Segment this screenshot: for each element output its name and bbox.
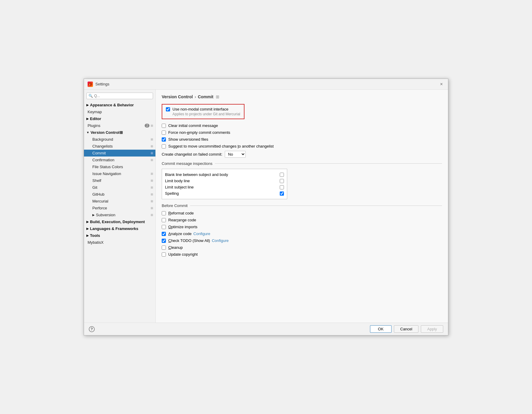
clear-initial-label: Clear initial commit message [168,123,218,128]
optimize-label: Optimize imports [168,225,198,229]
gear-icon: ⊞ [151,193,153,196]
gear-icon: ⊞ [151,213,153,217]
sidebar-item-build[interactable]: ▶ Build, Execution, Deployment [84,218,155,225]
sidebar-item-perforce[interactable]: Perforce ⊞ [84,205,155,211]
sidebar-item-subversion[interactable]: ▶ Subversion ⊞ [84,211,155,218]
analyze-checkbox[interactable] [162,232,166,236]
changelist-dropdown-row: Create changelist on failed commit: No Y… [162,151,442,158]
sidebar-item-tools[interactable]: ▶ Tools [84,232,155,239]
arrow-icon: ▶ [86,103,89,107]
ok-button[interactable]: OK [370,325,392,333]
sidebar-item-commit[interactable]: Commit ⊞ [84,150,155,157]
non-modal-label: Use non-modal commit interface [172,107,228,111]
gear-icon: ⊞ [151,186,153,189]
sidebar-item-issue-navigation[interactable]: Issue Navigation ⊞ [84,170,155,177]
force-nonempty-checkbox[interactable] [162,131,166,135]
search-icon: 🔍 [88,94,93,98]
inspection-limit-body-checkbox[interactable] [280,179,284,183]
sidebar-item-mercurial[interactable]: Mercurial ⊞ [84,198,155,205]
inspection-limit-subject: Limit subject line [165,184,284,190]
inspection-label: Limit body line [165,179,190,183]
sidebar-item-label: Tools [90,233,100,238]
window-title: Settings [95,82,438,86]
titlebar: i Settings × [84,79,448,90]
svg-text:i: i [89,83,90,86]
rearrange-checkbox[interactable] [162,218,166,222]
breadcrumb: Version Control › Commit ⊞ [162,94,442,99]
footer: ? OK Cancel Apply [84,323,448,335]
cleanup-label: Cleanup [168,245,183,250]
sidebar-item-label: Appearance & Behavior [90,103,134,107]
update-copyright-checkbox[interactable] [162,252,166,257]
search-box[interactable]: 🔍 [86,93,153,99]
arrow-icon: ▶ [86,220,89,223]
sidebar-item-editor[interactable]: ▶ Editor [84,115,155,122]
close-button[interactable]: × [438,81,444,87]
sidebar-item-label: Languages & Frameworks [90,226,138,231]
sidebar-item-changelists[interactable]: Changelists ⊞ [84,143,155,150]
sidebar-item-shelf[interactable]: Shelf ⊞ [84,177,155,184]
reformat-checkbox[interactable] [162,211,166,215]
arrow-icon: ▼ [86,131,89,134]
sidebar-item-label: MybatisX [88,240,153,245]
inspection-blank-line-checkbox[interactable] [280,173,284,177]
inspection-label: Limit subject line [165,185,194,189]
check-todo-row: Check TODO (Show All) Configure [162,238,442,243]
sidebar-item-label: Keymap [88,110,153,114]
show-unversioned-checkbox[interactable] [162,137,166,142]
gear-icon: ⊞ [151,145,153,148]
non-modal-option-row: Use non-modal commit interface [166,107,240,111]
sidebar-item-keymap[interactable]: Keymap [84,108,155,115]
inspection-label: Spelling [165,191,179,196]
gear-icon: ⊞ [151,200,153,203]
update-copyright-row: Update copyright [162,252,442,257]
check-todo-configure-link[interactable]: Configure [212,238,229,243]
analyze-row: Analyze code Configure [162,231,442,236]
clear-initial-checkbox[interactable] [162,124,166,128]
inspection-label: Blank line between subject and body [165,172,228,177]
sidebar-item-plugins[interactable]: Plugins 2 ⊞ [84,122,155,129]
sidebar-item-github[interactable]: GitHub ⊞ [84,191,155,198]
gear-icon: ⊞ [151,206,153,210]
suggest-move-label: Suggest to move uncommitted changes to a… [168,144,274,148]
non-modal-checkbox[interactable] [166,107,170,111]
sidebar-item-version-control[interactable]: ▼ Version Control ⊞ [84,129,155,136]
sidebar-item-label: Git [92,185,149,190]
gear-icon: ⊞ [120,130,123,135]
sidebar-item-git[interactable]: Git ⊞ [84,184,155,191]
arrow-icon: ▶ [92,213,95,217]
suggest-move-option: Suggest to move uncommitted changes to a… [162,144,442,148]
sidebar-item-confirmation[interactable]: Confirmation ⊞ [84,157,155,163]
gear-icon: ⊞ [151,124,153,127]
sidebar-item-languages[interactable]: ▶ Languages & Frameworks [84,225,155,232]
sidebar-item-background[interactable]: Background ⊞ [84,136,155,143]
cleanup-row: Cleanup [162,245,442,250]
reformat-row: Reformat code [162,211,442,215]
inspections-box: Blank line between subject and body Limi… [162,169,287,199]
check-todo-label: Check TODO (Show All) [168,238,210,243]
cleanup-checkbox[interactable] [162,246,166,250]
breadcrumb-parent: Version Control [162,94,193,99]
before-commit-section-header: Before Commit [162,203,442,208]
sidebar-item-label: Issue Navigation [92,171,149,176]
content-panel: Version Control › Commit ⊞ Use non-modal… [156,90,448,323]
search-input[interactable] [94,94,151,98]
sidebar-item-label: Plugins [88,123,143,128]
inspection-spelling-checkbox[interactable] [280,191,284,196]
analyze-configure-link[interactable]: Configure [193,231,210,236]
cancel-button[interactable]: Cancel [394,325,418,333]
inspection-limit-subject-checkbox[interactable] [280,185,284,189]
check-todo-checkbox[interactable] [162,239,166,243]
suggest-move-checkbox[interactable] [162,144,166,148]
changelist-select[interactable]: No Yes Ask [225,151,246,158]
sidebar-item-file-status-colors[interactable]: File Status Colors [84,163,155,170]
sidebar-item-mybatisx[interactable]: MybatisX [84,239,155,246]
help-button[interactable]: ? [89,326,95,332]
settings-window: i Settings × 🔍 ▶ Appearance & Behavior K… [84,79,448,335]
optimize-checkbox[interactable] [162,225,166,229]
sidebar: 🔍 ▶ Appearance & Behavior Keymap ▶ Edito… [84,90,156,323]
sidebar-item-label: Editor [90,116,101,121]
apply-button[interactable]: Apply [421,325,443,333]
sidebar-item-appearance[interactable]: ▶ Appearance & Behavior [84,102,155,108]
changelist-label: Create changelist on failed commit: [162,152,222,157]
